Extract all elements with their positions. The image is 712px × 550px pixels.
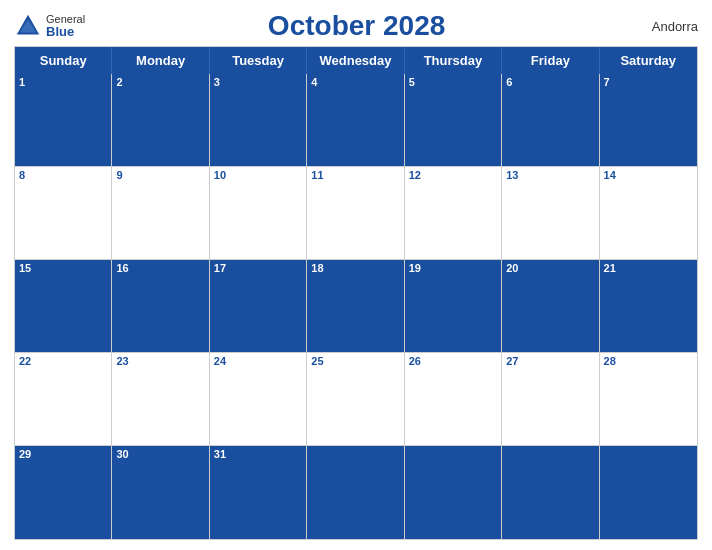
table-row: 29 xyxy=(15,446,112,539)
table-row: 23 xyxy=(112,353,209,446)
header-friday: Friday xyxy=(502,47,599,74)
calendar: Sunday Monday Tuesday Wednesday Thursday… xyxy=(14,46,698,540)
table-row: 12 xyxy=(405,167,502,260)
table-row: 25 xyxy=(307,353,404,446)
month-title: October 2028 xyxy=(85,10,628,42)
table-row: 20 xyxy=(502,260,599,353)
table-row: 4 xyxy=(307,74,404,167)
table-row: 3 xyxy=(210,74,307,167)
table-row xyxy=(600,446,697,539)
table-row: 27 xyxy=(502,353,599,446)
table-row: 16 xyxy=(112,260,209,353)
table-row: 2 xyxy=(112,74,209,167)
table-row: 5 xyxy=(405,74,502,167)
header-sunday: Sunday xyxy=(15,47,112,74)
logo-area: General Blue xyxy=(14,12,85,40)
table-row: 19 xyxy=(405,260,502,353)
header-saturday: Saturday xyxy=(600,47,697,74)
table-row: 18 xyxy=(307,260,404,353)
day-headers: Sunday Monday Tuesday Wednesday Thursday… xyxy=(15,47,697,74)
table-row xyxy=(405,446,502,539)
table-row: 1 xyxy=(15,74,112,167)
header-monday: Monday xyxy=(112,47,209,74)
generalblue-logo-icon xyxy=(14,12,42,40)
table-row: 15 xyxy=(15,260,112,353)
table-row: 8 xyxy=(15,167,112,260)
table-row: 31 xyxy=(210,446,307,539)
table-row: 9 xyxy=(112,167,209,260)
header-wednesday: Wednesday xyxy=(307,47,404,74)
table-row: 30 xyxy=(112,446,209,539)
table-row: 10 xyxy=(210,167,307,260)
table-row: 24 xyxy=(210,353,307,446)
table-row: 22 xyxy=(15,353,112,446)
table-row xyxy=(307,446,404,539)
table-row: 26 xyxy=(405,353,502,446)
top-bar: General Blue October 2028 Andorra xyxy=(14,10,698,42)
calendar-grid: 1 2 3 4 5 6 7 8 9 10 11 12 13 14 15 16 1… xyxy=(15,74,697,539)
header-thursday: Thursday xyxy=(405,47,502,74)
header-tuesday: Tuesday xyxy=(210,47,307,74)
table-row: 21 xyxy=(600,260,697,353)
table-row: 11 xyxy=(307,167,404,260)
table-row xyxy=(502,446,599,539)
table-row: 13 xyxy=(502,167,599,260)
country-label: Andorra xyxy=(628,19,698,34)
logo-text: General Blue xyxy=(46,14,85,38)
table-row: 28 xyxy=(600,353,697,446)
table-row: 6 xyxy=(502,74,599,167)
logo-blue-label: Blue xyxy=(46,25,85,38)
table-row: 17 xyxy=(210,260,307,353)
table-row: 14 xyxy=(600,167,697,260)
table-row: 7 xyxy=(600,74,697,167)
